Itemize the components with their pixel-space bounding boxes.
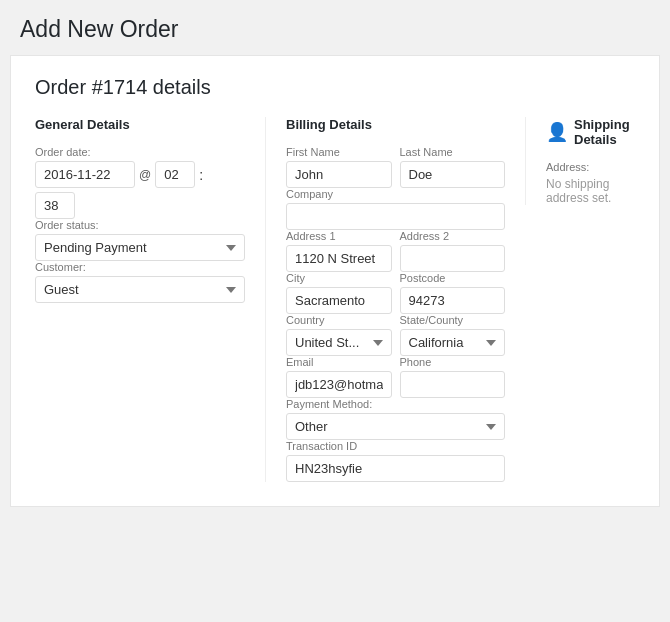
company-input[interactable]: [286, 203, 505, 230]
first-name-field: First Name: [286, 146, 392, 188]
first-name-input[interactable]: [286, 161, 392, 188]
payment-method-select[interactable]: Other PayPal Credit Card Bank Transfer: [286, 413, 505, 440]
city-input[interactable]: [286, 287, 392, 314]
postcode-field: Postcode: [400, 272, 506, 314]
order-hour-input[interactable]: [155, 161, 195, 188]
general-details-section: General Details Order date: @ : Order st…: [35, 117, 265, 303]
country-state-row: Country United St... United Kingdom Cana…: [286, 314, 505, 356]
phone-label: Phone: [400, 356, 506, 368]
email-input[interactable]: [286, 371, 392, 398]
billing-details-title: Billing Details: [286, 117, 372, 132]
state-select[interactable]: California New York Texas Florida: [400, 329, 506, 356]
postcode-label: Postcode: [400, 272, 506, 284]
order-date-field: Order date: @ :: [35, 146, 245, 219]
order-status-field: Order status: Pending Payment Processing…: [35, 219, 245, 261]
transaction-id-label: Transaction ID: [286, 440, 505, 452]
city-postcode-row: City Postcode: [286, 272, 505, 314]
first-name-label: First Name: [286, 146, 392, 158]
person-icon: 👤: [546, 121, 568, 143]
shipping-details-title: Shipping Details: [574, 117, 635, 147]
payment-method-label: Payment Method:: [286, 398, 505, 410]
page-title: Add New Order: [0, 0, 670, 55]
company-field: Company: [286, 188, 505, 230]
address1-input[interactable]: [286, 245, 392, 272]
address1-label: Address 1: [286, 230, 392, 242]
address2-label: Address 2: [400, 230, 506, 242]
email-phone-row: Email Phone: [286, 356, 505, 398]
phone-input[interactable]: [400, 371, 506, 398]
time-colon: :: [199, 167, 203, 183]
at-label: @: [139, 168, 151, 182]
email-field: Email: [286, 356, 392, 398]
customer-field: Customer: Guest New Customer: [35, 261, 245, 303]
state-field: State/County California New York Texas F…: [400, 314, 506, 356]
address1-field: Address 1: [286, 230, 392, 272]
state-label: State/County: [400, 314, 506, 326]
address2-field: Address 2: [400, 230, 506, 272]
city-field: City: [286, 272, 392, 314]
last-name-label: Last Name: [400, 146, 506, 158]
city-label: City: [286, 272, 392, 284]
shipping-address-label: Address:: [546, 161, 635, 173]
name-row: First Name Last Name: [286, 146, 505, 188]
email-label: Email: [286, 356, 392, 368]
country-field: Country United St... United Kingdom Cana…: [286, 314, 392, 356]
order-date-label: Order date:: [35, 146, 245, 158]
order-date-input[interactable]: [35, 161, 135, 188]
order-minute-input[interactable]: [35, 192, 75, 219]
transaction-id-field: Transaction ID: [286, 440, 505, 482]
order-status-select[interactable]: Pending Payment Processing On Hold Compl…: [35, 234, 245, 261]
phone-field: Phone: [400, 356, 506, 398]
transaction-id-input[interactable]: [286, 455, 505, 482]
order-title: Order #1714 details: [35, 76, 635, 99]
country-label: Country: [286, 314, 392, 326]
general-details-title: General Details: [35, 117, 130, 132]
postcode-input[interactable]: [400, 287, 506, 314]
no-shipping-address-text: No shipping address set.: [546, 177, 635, 205]
order-status-label: Order status:: [35, 219, 245, 231]
last-name-input[interactable]: [400, 161, 506, 188]
address-row: Address 1 Address 2: [286, 230, 505, 272]
shipping-details-section: 👤 Shipping Details Address: No shipping …: [525, 117, 635, 205]
customer-label: Customer:: [35, 261, 245, 273]
address2-input[interactable]: [400, 245, 506, 272]
company-label: Company: [286, 188, 505, 200]
billing-details-section: Billing Details First Name Last Name Com…: [265, 117, 525, 482]
payment-method-field: Payment Method: Other PayPal Credit Card…: [286, 398, 505, 440]
last-name-field: Last Name: [400, 146, 506, 188]
customer-select[interactable]: Guest New Customer: [35, 276, 245, 303]
country-select[interactable]: United St... United Kingdom Canada Austr…: [286, 329, 392, 356]
